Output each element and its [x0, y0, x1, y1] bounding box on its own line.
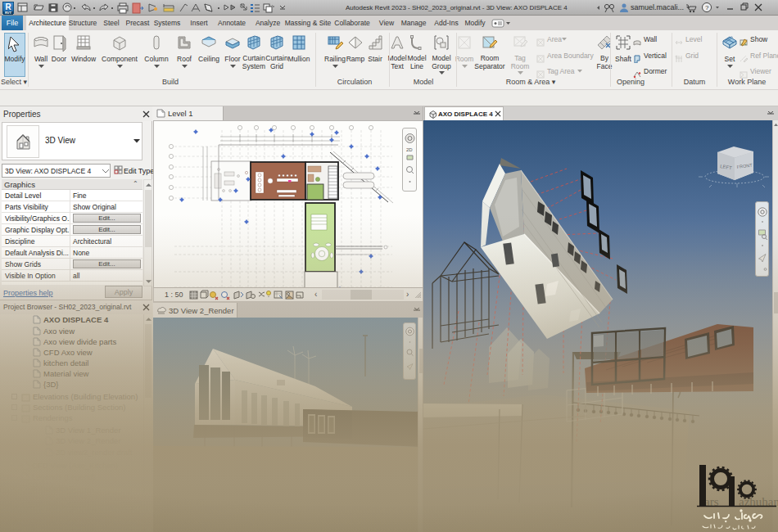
svg-text:samuel.macali...: samuel.macali... [631, 3, 684, 11]
svg-text:2D: 2D [406, 147, 413, 152]
svg-text:?: ? [705, 4, 709, 11]
